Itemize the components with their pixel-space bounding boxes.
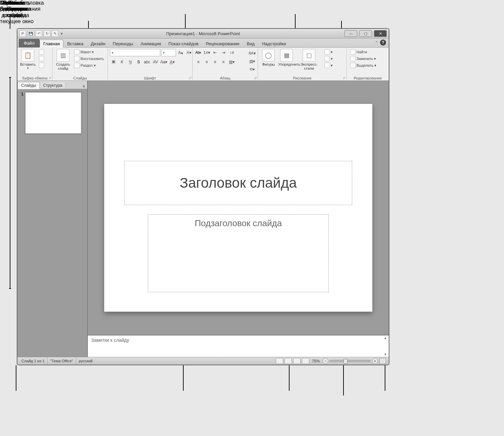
tab-home[interactable]: Главная [40, 40, 63, 48]
thumbnail-preview[interactable] [25, 92, 82, 134]
shape-fill-button[interactable]: ▾ [323, 49, 334, 55]
shadow-icon[interactable]: abc [143, 58, 151, 66]
tab-design[interactable]: Дизайн [87, 40, 109, 47]
view-reading-icon[interactable] [293, 358, 301, 364]
status-lang[interactable]: русский [76, 357, 95, 365]
zoom-out-icon[interactable]: − [322, 358, 328, 364]
font-family-combo[interactable]: ▾ [110, 49, 160, 56]
align-text-icon[interactable]: ▤▾ [248, 58, 256, 65]
subtitle-placeholder[interactable]: Подзаголовок слайда [148, 214, 329, 292]
view-slideshow-icon[interactable] [302, 358, 309, 364]
align-right-icon[interactable]: ≡ [211, 58, 219, 66]
close-button[interactable]: ✕ [374, 30, 387, 37]
title-placeholder[interactable]: Заголовок слайда [124, 161, 352, 205]
quick-styles-label: Экспресс-стили [296, 62, 322, 70]
cut-button[interactable] [38, 49, 46, 55]
zoom-in-icon[interactable]: + [372, 358, 378, 364]
status-bar: Слайд 1 из 1 "Тема Office" русский 75% −… [17, 357, 389, 365]
tab-addins[interactable]: Надстройки [258, 40, 290, 47]
underline-icon[interactable]: Ч [127, 58, 134, 66]
new-slide-button[interactable]: ▥ Создать слайд [55, 49, 71, 70]
grow-font-icon[interactable]: A▴ [177, 49, 184, 56]
indent-inc-icon[interactable]: ⇥ [220, 49, 227, 56]
tab-animation[interactable]: Анимация [137, 40, 165, 47]
select-button[interactable]: Выделить ▾ [349, 62, 378, 68]
text-direction-icon[interactable]: IIA▾ [248, 50, 256, 57]
view-sorter-icon[interactable] [285, 358, 292, 364]
shape-outline-button[interactable]: ▾ [323, 56, 334, 62]
help-icon[interactable]: ? [380, 40, 386, 46]
align-justify-icon[interactable]: ≡ [220, 58, 227, 66]
copy-button[interactable] [38, 56, 46, 62]
char-spacing-icon[interactable]: AV [152, 58, 159, 66]
window-title: Презентация1 - Microsoft PowerPoint [17, 31, 389, 36]
editor-wrap: Заголовок слайда Подзаголовок слайда Зам… [88, 81, 389, 357]
tab-view[interactable]: Вид [243, 40, 258, 47]
bold-icon[interactable]: Ж [110, 58, 117, 66]
redo-icon[interactable]: ↻ [44, 30, 50, 37]
tab-file[interactable]: Файл [19, 39, 40, 47]
select-icon [350, 63, 356, 68]
pane-tab-outline[interactable]: Структура [40, 82, 66, 89]
shapes-button[interactable]: ◯ Фигуры [260, 49, 277, 66]
qat-customize-icon[interactable]: ▾ [60, 30, 64, 37]
maximize-button[interactable]: ▢ [359, 30, 372, 37]
status-theme[interactable]: "Тема Office" [48, 357, 76, 365]
find-button[interactable]: Найти [349, 49, 378, 55]
fit-to-window-button[interactable] [379, 358, 386, 364]
clipboard-launcher-icon[interactable]: ◸ [49, 76, 52, 80]
shape-effects-button[interactable]: ▾ [323, 62, 334, 68]
change-case-icon[interactable]: Aa▾ [160, 58, 168, 66]
font-size-combo[interactable]: ▾ [161, 49, 176, 56]
section-button[interactable]: Раздел ▾ [73, 62, 105, 68]
paste-button[interactable]: 📋 Вставить ▾ [19, 49, 36, 70]
align-center-icon[interactable]: ≡ [203, 58, 210, 66]
find-icon [350, 49, 356, 55]
columns-icon[interactable]: ▥▾ [228, 58, 236, 66]
group-drawing: ◯ Фигуры ▦ Упорядочить ▢ Экспресс-стили … [258, 48, 347, 80]
tab-transitions[interactable]: Переходы [109, 40, 137, 47]
strike-icon[interactable]: S [135, 58, 142, 66]
pane-tab-slides[interactable]: Слайды [17, 82, 40, 89]
numbering-icon[interactable]: 1≡▾ [203, 49, 210, 56]
minimize-button[interactable]: — [344, 30, 357, 37]
drawing-launcher-icon[interactable]: ◸ [343, 76, 346, 80]
shrink-font-icon[interactable]: A▾ [185, 49, 193, 56]
notes-scrollbar[interactable]: ▲ ▼ [383, 336, 388, 356]
shapes-icon: ◯ [262, 49, 275, 62]
zoom-slider[interactable] [330, 360, 371, 362]
slide-edit-area[interactable]: Заголовок слайда Подзаголовок слайда [88, 81, 389, 335]
font-color-icon[interactable]: A▾ [169, 58, 176, 66]
tab-review[interactable]: Рецензирование [202, 40, 243, 47]
align-left-icon[interactable]: ≡ [195, 58, 202, 66]
line-spacing-icon[interactable]: ↕≡ [228, 49, 236, 56]
reset-button[interactable]: Восстановить [73, 56, 105, 62]
copy-icon [39, 56, 44, 61]
zoom-percent[interactable]: 75% [312, 359, 320, 363]
italic-icon[interactable]: К [118, 58, 126, 66]
view-normal-icon[interactable] [276, 358, 283, 364]
paragraph-launcher-icon[interactable]: ◸ [255, 76, 257, 80]
smartart-convert-icon[interactable]: ⟲▾ [248, 66, 256, 73]
font-launcher-icon[interactable]: ◸ [189, 76, 192, 80]
thumbnail-item[interactable]: 1 [19, 92, 85, 134]
save-icon[interactable]: 💾 [27, 30, 34, 37]
status-slide-of[interactable]: Слайд 1 из 1 [19, 357, 48, 365]
pane-close-icon[interactable]: × [80, 84, 87, 89]
notes-panel[interactable]: Заметки к слайду ▲ ▼ [88, 335, 389, 357]
ribbon-minimize-icon[interactable]: ⌃ [375, 41, 378, 45]
layout-button[interactable]: Макет ▾ [73, 49, 105, 55]
tab-insert[interactable]: Вставка [63, 40, 87, 47]
new-icon[interactable]: ✎ [52, 30, 58, 37]
format-painter-button[interactable] [38, 62, 46, 68]
arrange-button[interactable]: ▦ Упорядочить [278, 49, 295, 66]
undo-icon[interactable]: ↶ [36, 30, 42, 37]
bullets-icon[interactable]: •≡▾ [195, 49, 202, 56]
group-paragraph: •≡▾ 1≡▾ ⇤ ⇥ ↕≡ ≡ ≡ ≡ ≡ ▥▾ IIA▾ [193, 48, 258, 80]
group-clipboard-label: Буфер обмена [19, 75, 50, 80]
indent-dec-icon[interactable]: ⇤ [211, 49, 219, 56]
quick-styles-button[interactable]: ▢ Экспресс-стили [296, 49, 322, 70]
slide-canvas[interactable]: Заголовок слайда Подзаголовок слайда [104, 104, 372, 312]
tab-slideshow[interactable]: Показ слайдов [165, 40, 202, 47]
replace-button[interactable]: Заменить ▾ [349, 56, 378, 62]
